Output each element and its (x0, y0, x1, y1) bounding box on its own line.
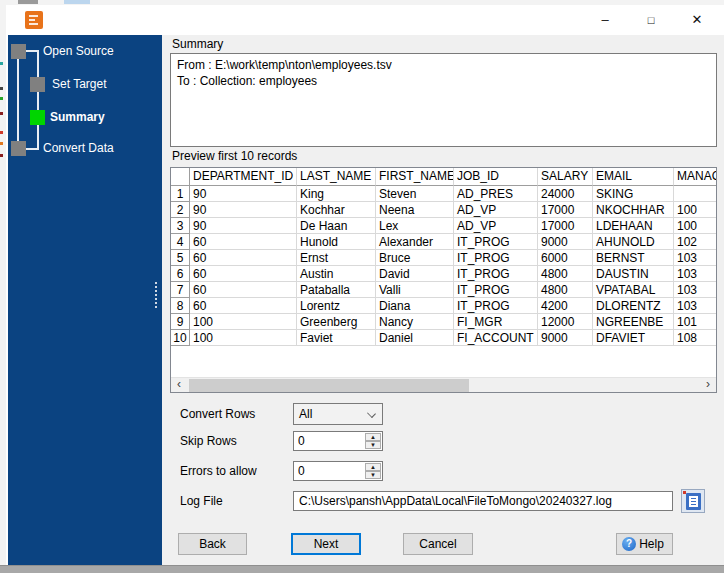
table-cell: Austin (297, 266, 376, 282)
column-header-JOB_ID[interactable]: JOB_ID (454, 168, 538, 186)
maximize-button[interactable]: □ (628, 5, 674, 35)
sidebar-step-summary: Summary (50, 110, 105, 125)
table-cell: 102 (674, 234, 717, 250)
table-cell: Alexander (376, 234, 454, 250)
horizontal-scrollbar[interactable]: ‹ › (171, 377, 716, 392)
help-question-icon: ? (622, 537, 636, 551)
summary-textbox[interactable]: From : E:\work\temp\nton\employees.tsv T… (170, 53, 717, 147)
table-cell: Kochhar (297, 202, 376, 218)
close-button[interactable]: ✕ (674, 5, 720, 35)
table-cell: 4800 (538, 282, 593, 298)
scroll-right-arrow-icon[interactable]: › (700, 378, 716, 392)
table-cell: DFAVIET (593, 330, 674, 346)
table-cell: IT_PROG (454, 298, 538, 314)
table-cell: 100 (674, 218, 717, 234)
step-marker-open-source (11, 44, 26, 59)
next-button[interactable]: Next (291, 533, 361, 555)
table-cell: Nancy (376, 314, 454, 330)
help-button-label: Help (639, 537, 664, 551)
column-header-MANAG[interactable]: MANAG (674, 168, 717, 186)
wizard-steps-panel: Open Source Set Target Summary Convert D… (8, 35, 162, 565)
table-cell: 17000 (538, 218, 593, 234)
help-button[interactable]: ? Help (616, 533, 673, 555)
table-cell: 17000 (538, 202, 593, 218)
column-header-SALARY[interactable]: SALARY (538, 168, 593, 186)
table-cell: 60 (190, 266, 297, 282)
table-cell: 101 (674, 314, 717, 330)
row-number-cell: 8 (171, 298, 190, 314)
table-cell: 103 (674, 266, 717, 282)
convert-rows-select[interactable]: All (293, 403, 383, 425)
main-panel: Summary From : E:\work\temp\nton\employe… (162, 35, 724, 565)
table-row[interactable]: 9100GreenbergNancyFI_MGR12000NGREENBE101 (171, 314, 717, 330)
column-header-FIRST_NAME[interactable]: FIRST_NAME (376, 168, 454, 186)
errors-to-allow-input[interactable] (294, 462, 362, 480)
table-row[interactable]: 10100FavietDanielFI_ACCOUNT9000DFAVIET10… (171, 330, 717, 346)
row-number-cell: 6 (171, 266, 190, 282)
table-cell: 4800 (538, 266, 593, 282)
table-cell: 100 (190, 314, 297, 330)
table-cell: 100 (674, 202, 717, 218)
table-cell: AHUNOLD (593, 234, 674, 250)
log-document-icon (686, 493, 701, 510)
table-cell: AD_VP (454, 218, 538, 234)
titlebar: – □ ✕ (6, 5, 724, 35)
chevron-down-icon (367, 409, 376, 418)
table-cell: 4200 (538, 298, 593, 314)
table-row[interactable]: 290KochharNeenaAD_VP17000NKOCHHAR100 (171, 202, 717, 218)
table-cell: 9000 (538, 330, 593, 346)
corner-header-cell[interactable] (171, 168, 190, 186)
table-cell: Lex (376, 218, 454, 234)
table-row[interactable]: 660AustinDavidIT_PROG4800DAUSTIN103 (171, 266, 717, 282)
table-cell: Ernst (297, 250, 376, 266)
table-cell: Daniel (376, 330, 454, 346)
cancel-button[interactable]: Cancel (403, 533, 473, 555)
table-cell: Bruce (376, 250, 454, 266)
table-cell: Lorentz (297, 298, 376, 314)
table-row[interactable]: 460HunoldAlexanderIT_PROG9000AHUNOLD102 (171, 234, 717, 250)
scroll-left-arrow-icon[interactable]: ‹ (171, 378, 187, 392)
table-cell: IT_PROG (454, 234, 538, 250)
table-cell: 103 (674, 282, 717, 298)
table-cell: DLORENTZ (593, 298, 674, 314)
skip-rows-input[interactable] (294, 432, 362, 450)
step-marker-set-target (30, 77, 45, 92)
table-cell: 90 (190, 218, 297, 234)
desktop: – □ ✕ Open Source Set Target Summary Con… (0, 0, 724, 573)
table-row[interactable]: 860LorentzDianaIT_PROG4200DLORENTZ103 (171, 298, 717, 314)
spin-down-icon[interactable]: ▼ (365, 471, 381, 479)
log-file-input[interactable] (293, 491, 673, 511)
background-artifact (18, 0, 38, 4)
skip-rows-stepper: ▲ ▼ (293, 431, 383, 451)
sidebar-step-open-source: Open Source (43, 44, 114, 59)
table-row[interactable]: 760PataballaValliIT_PROG4800VPATABAL103 (171, 282, 717, 298)
background-artifact (0, 154, 3, 157)
horizontal-scrollbar-thumb[interactable] (189, 379, 469, 392)
open-log-file-button[interactable] (681, 489, 705, 513)
step-marker-convert-data (11, 141, 26, 156)
table-cell: 103 (674, 250, 717, 266)
table-cell: 6000 (538, 250, 593, 266)
window-bottom-edge (0, 565, 724, 573)
summary-from-line: From : E:\work\temp\nton\employees.tsv (177, 57, 710, 73)
step-connector-line (37, 50, 39, 150)
table-cell: 12000 (538, 314, 593, 330)
spin-down-icon[interactable]: ▼ (365, 441, 381, 449)
table-cell: AD_PRES (454, 186, 538, 202)
app-logo-icon (25, 11, 43, 29)
splitter-grip[interactable] (155, 282, 157, 308)
spin-up-icon[interactable]: ▲ (365, 433, 381, 441)
spin-up-icon[interactable]: ▲ (365, 463, 381, 471)
table-cell: 60 (190, 282, 297, 298)
minimize-button[interactable]: – (582, 5, 628, 35)
table-row[interactable]: 190KingStevenAD_PRES24000SKING (171, 186, 717, 202)
column-header-DEPARTMENT_ID[interactable]: DEPARTMENT_ID (190, 168, 297, 186)
column-header-LAST_NAME[interactable]: LAST_NAME (297, 168, 376, 186)
table-row[interactable]: 390De HaanLexAD_VP17000LDEHAAN100 (171, 218, 717, 234)
skip-rows-label: Skip Rows (180, 434, 237, 448)
column-header-EMAIL[interactable]: EMAIL (593, 168, 674, 186)
table-cell: Pataballa (297, 282, 376, 298)
table-cell: De Haan (297, 218, 376, 234)
back-button[interactable]: Back (178, 533, 247, 555)
table-row[interactable]: 560ErnstBruceIT_PROG6000BERNST103 (171, 250, 717, 266)
